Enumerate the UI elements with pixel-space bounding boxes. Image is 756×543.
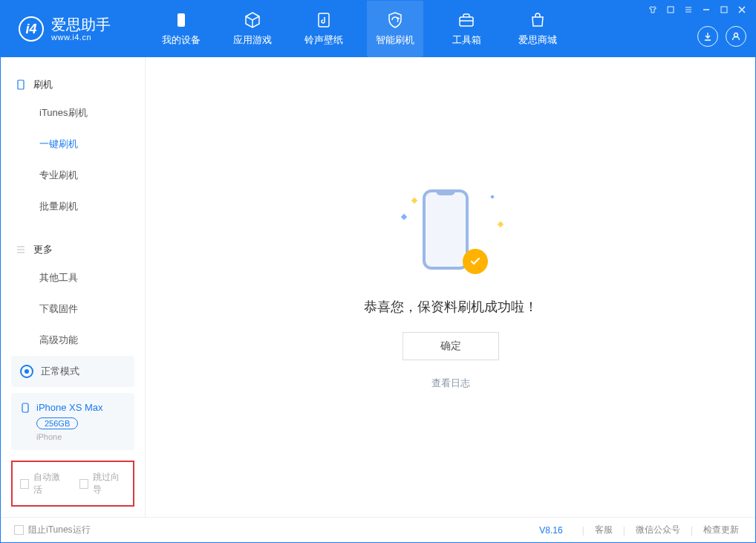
svg-rect-0 xyxy=(177,13,185,27)
device-name: iPhone XS Max xyxy=(36,402,103,413)
app-url: www.i4.cn xyxy=(51,33,111,42)
titlebar: i4 爱思助手 www.i4.cn 我的设备 应用游戏 铃声壁纸 智能刷机 xyxy=(1,1,755,57)
bag-icon xyxy=(529,11,547,29)
tab-store[interactable]: 爱思商城 xyxy=(502,1,573,57)
download-icon xyxy=(703,31,713,42)
checkbox-icon xyxy=(79,479,88,489)
tab-apps-games[interactable]: 应用游戏 xyxy=(217,1,288,57)
window-controls xyxy=(639,1,755,19)
app-name: 爱思助手 xyxy=(51,16,111,33)
device-small-icon xyxy=(20,403,30,413)
user-button[interactable] xyxy=(726,26,746,47)
sidebar-section-more: 更多 xyxy=(1,237,145,262)
logo-icon: i4 xyxy=(19,16,44,42)
cube-icon xyxy=(244,11,261,29)
mode-label: 正常模式 xyxy=(41,365,79,378)
user-icon xyxy=(731,31,741,42)
mode-card[interactable]: 正常模式 xyxy=(11,356,134,387)
svg-rect-4 xyxy=(721,7,727,13)
checkbox-icon xyxy=(14,525,24,535)
tab-my-device[interactable]: 我的设备 xyxy=(146,1,217,57)
tab-smart-flash[interactable]: 智能刷机 xyxy=(359,1,431,57)
mode-icon xyxy=(20,365,33,378)
svg-rect-1 xyxy=(319,13,329,27)
checkbox-icon xyxy=(20,479,29,489)
success-illustration xyxy=(399,185,503,282)
minimize-icon[interactable] xyxy=(702,5,711,14)
tab-label: 工具箱 xyxy=(452,33,481,47)
svg-rect-2 xyxy=(460,17,473,26)
svg-rect-6 xyxy=(18,80,24,89)
checkbox-auto-activate[interactable]: 自动激活 xyxy=(20,471,66,496)
device-icon xyxy=(16,79,26,90)
ok-button[interactable]: 确定 xyxy=(403,332,499,360)
svg-point-5 xyxy=(734,33,738,37)
device-card[interactable]: iPhone XS Max 256GB iPhone xyxy=(11,393,134,450)
device-type: iPhone xyxy=(36,432,126,441)
sidebar-item-advanced[interactable]: 高级功能 xyxy=(1,325,145,356)
music-file-icon xyxy=(315,11,333,29)
shirt-icon[interactable] xyxy=(648,5,657,14)
wechat-link[interactable]: 微信公众号 xyxy=(633,524,683,536)
sidebar-item-onekey-flash[interactable]: 一键刷机 xyxy=(1,129,145,160)
main-content: 恭喜您，保资料刷机成功啦！ 确定 查看日志 xyxy=(146,57,755,517)
check-update-link[interactable]: 检查更新 xyxy=(700,524,742,536)
success-message: 恭喜您，保资料刷机成功啦！ xyxy=(364,298,538,316)
sidebar-item-itunes-flash[interactable]: iTunes刷机 xyxy=(1,97,145,129)
tab-label: 应用游戏 xyxy=(233,33,272,47)
download-button[interactable] xyxy=(697,26,718,47)
statusbar: 阻止iTunes运行 V8.16 | 客服 | 微信公众号 | 检查更新 xyxy=(1,517,755,542)
sidebar-item-other-tools[interactable]: 其他工具 xyxy=(1,262,145,293)
checkbox-skip-guide[interactable]: 跳过向导 xyxy=(79,471,126,496)
version-label: V8.16 xyxy=(539,525,562,536)
sidebar-item-download-firmware[interactable]: 下载固件 xyxy=(1,293,145,325)
check-badge-icon xyxy=(463,249,488,274)
maximize-icon[interactable] xyxy=(720,5,729,14)
sidebar: 刷机 iTunes刷机 一键刷机 专业刷机 批量刷机 更多 其他工具 下载固件 … xyxy=(1,57,146,517)
toolbox-icon xyxy=(457,11,475,29)
sidebar-section-flash: 刷机 xyxy=(1,72,145,97)
sidebar-item-batch-flash[interactable]: 批量刷机 xyxy=(1,191,145,222)
app-logo: i4 爱思助手 www.i4.cn xyxy=(1,1,146,57)
tab-ringtones-wallpapers[interactable]: 铃声壁纸 xyxy=(288,1,359,57)
tab-label: 爱思商城 xyxy=(518,33,557,47)
list-icon xyxy=(16,244,26,255)
phone-icon xyxy=(172,11,190,29)
support-link[interactable]: 客服 xyxy=(592,524,616,536)
options-highlight-box: 自动激活 跳过向导 xyxy=(11,461,134,507)
svg-rect-3 xyxy=(668,7,674,13)
sidebar-item-pro-flash[interactable]: 专业刷机 xyxy=(1,160,145,191)
tab-label: 铃声壁纸 xyxy=(304,33,343,47)
tab-toolbox[interactable]: 工具箱 xyxy=(431,1,502,57)
view-log-link[interactable]: 查看日志 xyxy=(431,377,470,390)
checkbox-block-itunes[interactable]: 阻止iTunes运行 xyxy=(14,524,91,536)
tab-label: 智能刷机 xyxy=(376,33,414,47)
note-icon[interactable] xyxy=(666,5,675,14)
close-icon[interactable] xyxy=(737,5,746,14)
shield-refresh-icon xyxy=(386,11,404,29)
tab-label: 我的设备 xyxy=(162,33,201,47)
svg-rect-7 xyxy=(22,403,28,412)
device-capacity: 256GB xyxy=(36,417,78,429)
menu-icon[interactable] xyxy=(684,5,693,14)
